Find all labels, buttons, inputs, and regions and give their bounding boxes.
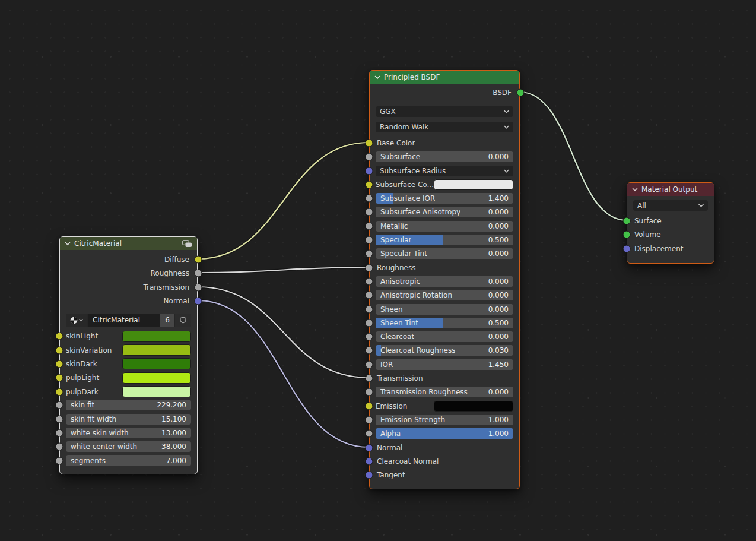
output-socket[interactable] bbox=[194, 283, 202, 291]
number-field[interactable]: IOR 1.450 bbox=[376, 359, 513, 370]
field-label: Alpha bbox=[380, 429, 401, 438]
input-socket[interactable] bbox=[365, 457, 373, 465]
number-field[interactable]: white skin width 13.000 bbox=[66, 428, 191, 438]
number-field[interactable]: Specular 0.500 bbox=[376, 235, 513, 245]
input-socket[interactable] bbox=[55, 415, 63, 423]
input-socket[interactable] bbox=[365, 472, 373, 479]
input-socket[interactable] bbox=[365, 402, 373, 410]
dropdown-select[interactable]: Random Walk bbox=[376, 122, 513, 132]
input-socket[interactable] bbox=[55, 388, 63, 396]
collapse-chevron-icon[interactable] bbox=[65, 242, 71, 246]
chevron-down-icon bbox=[504, 169, 509, 173]
input-socket[interactable] bbox=[365, 181, 373, 188]
color-swatch[interactable] bbox=[122, 344, 191, 356]
input-socket[interactable] bbox=[365, 140, 373, 147]
output-socket[interactable] bbox=[194, 256, 202, 264]
color-swatch[interactable] bbox=[122, 386, 191, 397]
dropdown-select[interactable]: GGX bbox=[376, 106, 513, 117]
material-users-count[interactable]: 6 bbox=[160, 314, 174, 327]
color-input-row: pulpLight bbox=[66, 372, 191, 384]
input-socket[interactable] bbox=[55, 457, 63, 464]
node-header[interactable]: Principled BSDF bbox=[370, 71, 519, 84]
number-field[interactable]: white center width 38.000 bbox=[66, 441, 191, 452]
input-socket[interactable] bbox=[622, 231, 630, 239]
color-swatch[interactable] bbox=[122, 331, 191, 342]
material-name-field[interactable]: CitricMaterial bbox=[88, 314, 160, 327]
color-swatch[interactable] bbox=[434, 179, 513, 190]
collapse-chevron-icon[interactable] bbox=[374, 75, 380, 80]
node-header[interactable]: Material Output bbox=[627, 183, 714, 196]
input-socket[interactable] bbox=[365, 375, 373, 382]
number-field[interactable]: Subsurface 0.000 bbox=[376, 151, 513, 162]
node-material-output[interactable]: Material Output All Surface Volume Displ… bbox=[627, 182, 714, 264]
field-label: skin fit bbox=[71, 401, 94, 409]
input-socket[interactable] bbox=[365, 319, 373, 327]
input-socket[interactable] bbox=[622, 217, 630, 225]
number-field[interactable]: Alpha 1.000 bbox=[376, 428, 513, 439]
input-socket[interactable] bbox=[55, 374, 63, 382]
input-socket[interactable] bbox=[365, 347, 373, 355]
number-field[interactable]: segments 7.000 bbox=[66, 455, 191, 466]
input-socket[interactable] bbox=[365, 250, 373, 258]
input-socket[interactable] bbox=[365, 153, 373, 161]
dropdown-select[interactable]: Subsurface Radius bbox=[376, 166, 513, 176]
input-socket[interactable] bbox=[365, 360, 373, 368]
input-socket[interactable] bbox=[365, 236, 373, 244]
node-editor-canvas[interactable]: CitricMaterial Diffuse Roughness Transmi… bbox=[0, 0, 756, 541]
number-field[interactable]: skin fit 229.200 bbox=[66, 400, 191, 410]
input-socket[interactable] bbox=[55, 360, 63, 368]
number-field[interactable]: Emission Strength 1.000 bbox=[376, 415, 513, 425]
material-preview-button[interactable] bbox=[66, 314, 87, 327]
output-socket[interactable] bbox=[194, 297, 202, 305]
node-principled-bsdf[interactable]: Principled BSDF BSDF GGX Random Walk Bas… bbox=[369, 70, 520, 489]
chevron-down-icon bbox=[79, 319, 83, 322]
node-header[interactable]: CitricMaterial bbox=[60, 237, 197, 250]
color-swatch[interactable] bbox=[122, 358, 191, 369]
input-socket[interactable] bbox=[365, 430, 373, 438]
input-socket[interactable] bbox=[365, 277, 373, 285]
field-label: IOR bbox=[380, 360, 393, 369]
wire-diffuse-to-base-color[interactable] bbox=[198, 143, 369, 259]
input-socket[interactable] bbox=[622, 245, 630, 252]
number-field[interactable]: Subsurface IOR 1.400 bbox=[376, 193, 513, 204]
number-field[interactable]: Clearcoat Roughness 0.030 bbox=[376, 345, 513, 356]
wire-roughness-to-roughness[interactable] bbox=[198, 267, 369, 273]
input-socket[interactable] bbox=[55, 346, 63, 354]
input-socket[interactable] bbox=[365, 305, 373, 313]
color-swatch[interactable] bbox=[122, 372, 191, 384]
number-field[interactable]: Subsurface Anisotropy 0.000 bbox=[376, 207, 513, 217]
color-swatch[interactable] bbox=[434, 401, 513, 412]
input-socket[interactable] bbox=[365, 333, 373, 341]
dropdown-select[interactable]: All bbox=[633, 200, 708, 211]
value-slider-row: skin fit width 15.100 bbox=[66, 414, 191, 425]
output-socket[interactable] bbox=[194, 270, 202, 277]
number-field[interactable]: Anisotropic 0.000 bbox=[376, 276, 513, 287]
number-field[interactable]: Clearcoat 0.000 bbox=[376, 331, 513, 342]
number-field[interactable]: Transmission Roughness 0.000 bbox=[376, 387, 513, 397]
input-socket[interactable] bbox=[365, 264, 373, 271]
input-socket[interactable] bbox=[55, 443, 63, 451]
collapse-chevron-icon[interactable] bbox=[632, 188, 638, 192]
input-socket[interactable] bbox=[55, 429, 63, 436]
input-socket[interactable] bbox=[365, 444, 373, 451]
number-field[interactable]: Metallic 0.000 bbox=[376, 221, 513, 232]
number-field[interactable]: Sheen 0.000 bbox=[376, 304, 513, 315]
node-citricmaterial[interactable]: CitricMaterial Diffuse Roughness Transmi… bbox=[59, 236, 198, 474]
number-field[interactable]: Anisotropic Rotation 0.000 bbox=[376, 290, 513, 300]
input-socket[interactable] bbox=[365, 222, 373, 230]
input-socket[interactable] bbox=[55, 333, 63, 340]
input-socket[interactable] bbox=[365, 195, 373, 203]
input-socket[interactable] bbox=[365, 167, 373, 175]
input-socket[interactable] bbox=[365, 292, 373, 299]
input-socket[interactable] bbox=[365, 388, 373, 396]
wire-transmission-to-transmission[interactable] bbox=[198, 287, 369, 378]
wire-bsdf-to-surface[interactable] bbox=[520, 92, 627, 220]
input-socket[interactable] bbox=[365, 208, 373, 216]
number-field[interactable]: Sheen Tint 0.500 bbox=[376, 318, 513, 328]
input-socket[interactable] bbox=[365, 416, 373, 423]
output-socket[interactable] bbox=[516, 89, 524, 97]
fake-user-shield-button[interactable] bbox=[175, 314, 191, 327]
input-socket[interactable] bbox=[55, 401, 63, 409]
number-field[interactable]: skin fit width 15.100 bbox=[66, 414, 191, 425]
number-field[interactable]: Specular Tint 0.000 bbox=[376, 248, 513, 259]
